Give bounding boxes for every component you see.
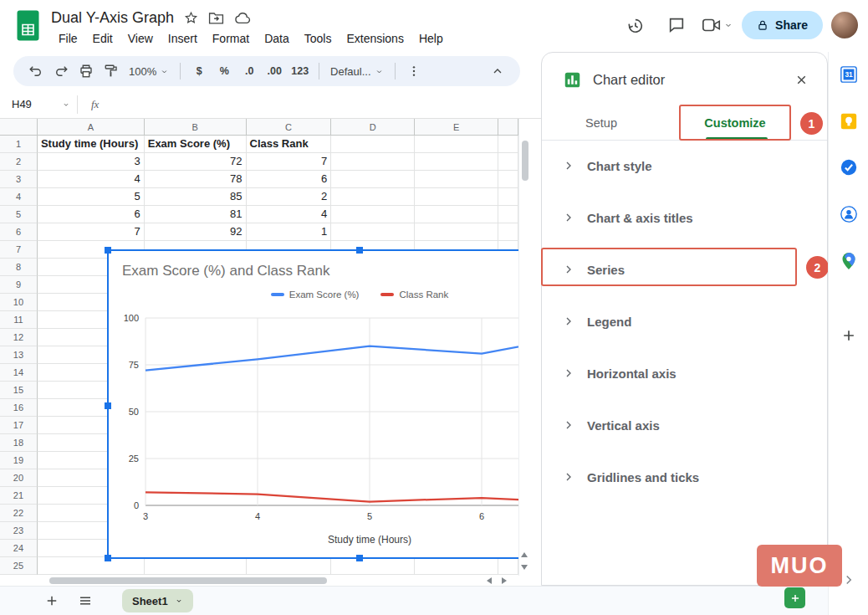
undo-icon[interactable]	[25, 59, 47, 83]
cell[interactable]: 81	[145, 206, 247, 223]
embedded-chart[interactable]: Exam Score (%) and Class Rank Exam Score…	[107, 249, 518, 559]
menu-extensions[interactable]: Extensions	[339, 30, 411, 47]
cell[interactable]: 7	[38, 223, 145, 241]
cell[interactable]	[331, 171, 415, 188]
sheet-tab-sheet1[interactable]: Sheet1	[122, 589, 193, 612]
tab-setup[interactable]: Setup	[567, 106, 636, 140]
cell[interactable]: 6	[247, 171, 332, 188]
version-history-icon[interactable]	[618, 8, 651, 42]
contacts-icon[interactable]	[840, 205, 858, 223]
row-header[interactable]: 20	[0, 469, 38, 487]
paint-format-icon[interactable]	[100, 59, 122, 83]
row-header[interactable]: 7	[0, 241, 38, 259]
calendar-icon[interactable]: 31	[840, 65, 858, 84]
section-chart-style[interactable]: Chart style	[542, 140, 827, 192]
row-header[interactable]: 24	[0, 540, 38, 557]
plus-icon[interactable]	[840, 326, 858, 345]
column-header[interactable]: C	[247, 119, 332, 136]
row-header[interactable]: 25	[0, 557, 38, 575]
row-header[interactable]: 21	[0, 487, 38, 505]
cell[interactable]: 4	[38, 171, 145, 188]
share-button[interactable]: Share	[742, 11, 823, 39]
column-header[interactable]: B	[145, 119, 247, 136]
scroll-left-arrow[interactable]	[483, 575, 495, 587]
cell[interactable]	[415, 206, 498, 223]
format-percent-button[interactable]: %	[213, 59, 235, 83]
zoom-select[interactable]: 100%	[125, 65, 172, 78]
section-legend[interactable]: Legend	[542, 295, 827, 347]
menu-insert[interactable]: Insert	[161, 30, 205, 47]
cell[interactable]	[498, 171, 518, 188]
tab-customize[interactable]: Customize	[682, 106, 788, 140]
cell[interactable]: 85	[145, 188, 247, 206]
avatar[interactable]	[831, 12, 858, 38]
row-header[interactable]: 14	[0, 364, 38, 382]
cell[interactable]: Study time (Hours)	[38, 136, 145, 153]
row-header[interactable]: 15	[0, 382, 38, 399]
column-header[interactable]	[498, 119, 518, 136]
scroll-right-arrow[interactable]	[498, 575, 510, 587]
menu-file[interactable]: File	[51, 30, 85, 47]
present-to-meet-button[interactable]	[702, 17, 733, 33]
cell[interactable]	[331, 206, 415, 223]
cell[interactable]: Class Rank	[247, 136, 332, 153]
format-currency-button[interactable]: $	[188, 59, 210, 83]
decrease-decimal-button[interactable]: .0	[238, 59, 260, 83]
section-chart-axis-titles[interactable]: Chart & axis titles	[542, 192, 827, 243]
name-box[interactable]: H49	[0, 98, 77, 110]
vertical-scrollbar[interactable]	[518, 119, 530, 576]
cell[interactable]	[415, 223, 498, 241]
section-horizontal-axis[interactable]: Horizontal axis	[542, 347, 827, 399]
menu-edit[interactable]: Edit	[85, 30, 120, 47]
cell[interactable]	[498, 223, 518, 241]
chart-resize-handle[interactable]	[356, 555, 363, 561]
row-header[interactable]: 4	[0, 188, 38, 206]
row-header[interactable]: 5	[0, 206, 38, 223]
row-header[interactable]: 19	[0, 452, 38, 469]
increase-decimal-button[interactable]: .00	[263, 59, 285, 83]
cell[interactable]: 4	[247, 206, 332, 223]
vertical-scroll-thumb[interactable]	[522, 141, 528, 181]
column-header[interactable]: E	[415, 119, 498, 136]
section-vertical-axis[interactable]: Vertical axis	[542, 399, 827, 451]
cell[interactable]: 72	[145, 153, 247, 171]
collapse-toolbar-icon[interactable]	[487, 59, 508, 83]
cell[interactable]	[498, 136, 518, 153]
horizontal-scroll-thumb[interactable]	[49, 577, 327, 584]
row-header[interactable]: 18	[0, 434, 38, 452]
more-options-icon[interactable]	[403, 59, 425, 83]
cell[interactable]: 3	[38, 153, 145, 171]
cell[interactable]: 2	[247, 188, 332, 206]
row-header[interactable]: 8	[0, 259, 38, 276]
collapse-rail-chevron-icon[interactable]	[840, 571, 858, 589]
chart-resize-handle[interactable]	[105, 247, 111, 254]
cell[interactable]: 78	[145, 171, 247, 188]
cell[interactable]	[498, 153, 518, 171]
cell[interactable]: 1	[247, 223, 332, 241]
cell[interactable]: 92	[145, 223, 247, 241]
close-icon[interactable]	[794, 73, 809, 87]
row-header[interactable]: 6	[0, 223, 38, 241]
cell[interactable]	[415, 153, 498, 171]
section-gridlines-ticks[interactable]: Gridlines and ticks	[542, 451, 827, 503]
star-icon[interactable]	[184, 11, 198, 25]
menu-format[interactable]: Format	[205, 30, 257, 47]
column-header[interactable]: A	[38, 119, 145, 136]
row-header[interactable]: 9	[0, 276, 38, 294]
menu-tools[interactable]: Tools	[297, 30, 340, 47]
column-header[interactable]: D	[331, 119, 415, 136]
print-icon[interactable]	[75, 59, 97, 83]
redo-icon[interactable]	[50, 59, 72, 83]
cell[interactable]	[331, 153, 415, 171]
move-folder-icon[interactable]	[208, 11, 224, 25]
cell[interactable]	[331, 223, 415, 241]
maps-icon[interactable]	[840, 252, 858, 270]
document-title[interactable]: Dual Y-Axis Graph	[51, 9, 174, 27]
row-header[interactable]: 2	[0, 153, 38, 171]
row-header[interactable]: 1	[0, 136, 38, 153]
row-header[interactable]: 11	[0, 311, 38, 329]
horizontal-scrollbar[interactable]	[38, 576, 481, 586]
all-sheets-icon[interactable]	[69, 588, 102, 613]
row-header[interactable]: 10	[0, 294, 38, 311]
add-sheet-icon[interactable]	[35, 588, 69, 613]
